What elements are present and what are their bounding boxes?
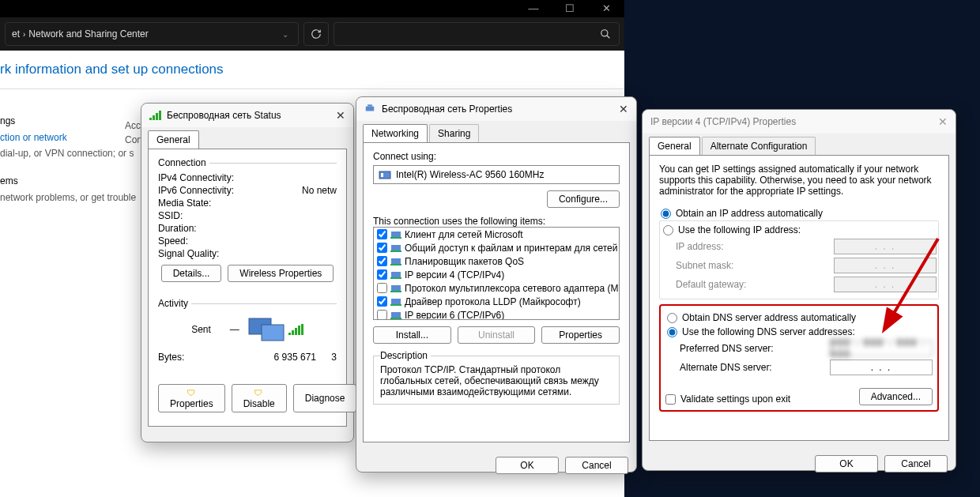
svg-rect-16 <box>391 285 401 292</box>
protocol-item[interactable]: Протокол мультиплексора сетевого адаптер… <box>374 281 619 295</box>
activity-icon <box>244 315 288 344</box>
svg-point-0 <box>601 30 608 36</box>
preferred-dns-field[interactable]: 000 . 000 . 000 . 000 <box>830 341 933 356</box>
activity-group: Activity Sent — Bytes: 6 935 671 3 <box>158 298 337 371</box>
breadcrumb-part[interactable]: et <box>12 28 20 40</box>
alternate-dns-field[interactable]: . . . <box>830 360 933 375</box>
protocol-checkbox[interactable] <box>377 296 387 307</box>
validate-checkbox-row[interactable]: Validate settings upon exit <box>665 389 790 405</box>
connection-group: Connection IPv4 Connectivity: IPv6 Conne… <box>158 157 337 295</box>
bytes-received-value: 3 <box>331 352 337 363</box>
protocol-label: Общий доступ к файлам и принтерам для се… <box>405 243 620 254</box>
radio-manual-ip[interactable]: Use the following IP address: <box>662 223 937 237</box>
search-input[interactable] <box>334 22 620 46</box>
wireless-status-dialog: Беспроводная сеть Status ✕ General Conne… <box>141 103 354 442</box>
install-button[interactable]: Install... <box>373 326 451 344</box>
cancel-button[interactable]: Cancel <box>884 455 948 473</box>
svg-rect-12 <box>391 258 401 265</box>
ok-button[interactable]: OK <box>815 455 878 473</box>
description-group: Description Протокол TCP/IP. Стандартный… <box>373 350 620 405</box>
ssid-label: SSID: <box>158 210 261 221</box>
protocol-label: Планировщик пакетов QoS <box>405 256 524 267</box>
breadcrumb-current[interactable]: Network and Sharing Center <box>28 28 148 40</box>
svg-rect-20 <box>391 312 401 318</box>
protocol-item[interactable]: Планировщик пакетов QoS <box>374 254 619 268</box>
radio-auto-dns-input[interactable] <box>667 313 677 323</box>
uninstall-button[interactable]: Uninstall <box>458 326 536 344</box>
adapter-field[interactable]: Intel(R) Wireless-AC 9560 160MHz <box>373 165 620 184</box>
close-icon[interactable]: ✕ <box>336 109 345 122</box>
protocol-listbox[interactable]: Клиент для сетей MicrosoftОбщий доступ к… <box>373 227 620 320</box>
maximize-button[interactable]: ☐ <box>552 0 588 17</box>
tab-sharing[interactable]: Sharing <box>429 124 479 142</box>
tab-general[interactable]: General <box>649 137 700 155</box>
dialog-title: Беспроводная сеть Properties <box>382 104 512 115</box>
protocol-item[interactable]: IP версии 4 (TCP/IPv4) <box>374 268 619 281</box>
description-text: Протокол TCP/IP. Стандартный протокол гл… <box>380 364 612 397</box>
close-icon[interactable]: ✕ <box>619 103 628 115</box>
radio-manual-dns-input[interactable] <box>667 327 677 337</box>
protocol-icon <box>390 297 401 307</box>
explorer-titlebar: — ☐ ✕ <box>0 0 624 17</box>
protocol-item[interactable]: IP версии 6 (TCP/IPv6) <box>374 308 619 320</box>
dialog-titlebar[interactable]: Беспроводная сеть Properties ✕ <box>356 97 636 121</box>
bytes-sent-value: 6 935 671 <box>261 352 316 363</box>
advanced-button[interactable]: Advanced... <box>859 388 933 405</box>
breadcrumb[interactable]: et › Network and Sharing Center ⌄ <box>5 22 299 46</box>
protocol-checkbox[interactable] <box>377 243 387 253</box>
ok-button[interactable]: OK <box>496 457 559 474</box>
protocol-checkbox[interactable] <box>377 229 387 239</box>
tab-alternate-configuration[interactable]: Alternate Configuration <box>702 137 816 155</box>
radio-auto-ip-input[interactable] <box>661 209 671 219</box>
dialog-title: IP версии 4 (TCP/IPv4) Properties <box>650 116 796 127</box>
problems-header: ems <box>0 175 150 190</box>
description-legend: Description <box>380 350 431 361</box>
protocol-checkbox[interactable] <box>377 269 387 280</box>
chevron-down-icon[interactable]: ⌄ <box>279 30 292 39</box>
close-icon[interactable]: ✕ <box>938 115 948 128</box>
protocol-icon <box>390 230 401 239</box>
tab-general[interactable]: General <box>148 130 199 149</box>
svg-rect-19 <box>390 304 401 306</box>
shield-icon: 🛡 <box>187 388 195 397</box>
item-properties-button[interactable]: Properties <box>541 326 620 344</box>
sent-label: Sent <box>191 324 211 335</box>
protocol-checkbox[interactable] <box>377 256 387 266</box>
svg-rect-11 <box>390 250 401 252</box>
protocol-item[interactable]: Драйвер протокола LLDP (Майкрософт) <box>374 295 619 308</box>
refresh-button[interactable] <box>303 22 329 46</box>
radio-manual-ip-input[interactable] <box>663 225 673 235</box>
dialog-title: Беспроводная сеть Status <box>167 110 281 121</box>
tab-networking[interactable]: Networking <box>363 124 428 142</box>
connection-legend: Connection <box>158 157 209 168</box>
protocol-item[interactable]: Клиент для сетей Microsoft <box>374 228 619 241</box>
close-button[interactable]: ✕ <box>588 0 624 17</box>
setup-connection-link[interactable]: ction or network <box>0 130 150 145</box>
disable-button[interactable]: 🛡Disable <box>232 384 287 412</box>
diagnose-button[interactable]: Diagnose <box>293 384 357 412</box>
protocol-item[interactable]: Общий доступ к файлам и принтерам для се… <box>374 241 619 254</box>
ipv4-properties-dialog: IP версии 4 (TCP/IPv4) Properties ✕ Gene… <box>642 109 956 471</box>
ip-address-label: IP address: <box>676 241 834 252</box>
cancel-button[interactable]: Cancel <box>565 457 628 474</box>
configure-button[interactable]: Configure... <box>547 190 620 208</box>
svg-rect-13 <box>390 264 401 265</box>
chevron-right-icon: › <box>20 30 28 39</box>
radio-auto-ip[interactable]: Obtain an IP address automatically <box>659 206 939 220</box>
wireless-properties-button[interactable]: Wireless Properties <box>228 265 334 282</box>
details-button[interactable]: Details... <box>161 265 222 282</box>
dialog-titlebar[interactable]: Беспроводная сеть Status ✕ <box>141 104 353 127</box>
minimize-button[interactable]: — <box>515 0 552 17</box>
properties-button[interactable]: 🛡Properties <box>158 384 225 412</box>
validate-checkbox[interactable] <box>665 394 676 405</box>
ipv4-connectivity-label: IPv4 Connectivity: <box>158 172 261 183</box>
adapter-properties-dialog: Беспроводная сеть Properties ✕ Networkin… <box>356 96 637 473</box>
protocol-label: IP версии 6 (TCP/IPv6) <box>405 310 504 321</box>
radio-auto-dns[interactable]: Obtain DNS server address automatically <box>665 311 933 325</box>
protocol-checkbox[interactable] <box>377 310 387 320</box>
svg-rect-18 <box>391 299 401 305</box>
protocol-checkbox[interactable] <box>377 283 387 293</box>
default-gateway-field: . . . <box>834 277 937 292</box>
signal-quality-label: Signal Quality: <box>158 248 261 259</box>
dialog-titlebar[interactable]: IP версии 4 (TCP/IPv4) Properties ✕ <box>643 110 956 134</box>
